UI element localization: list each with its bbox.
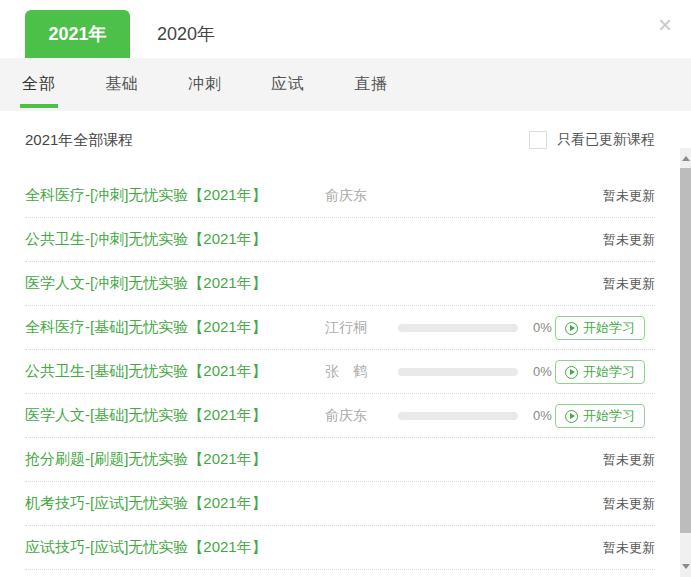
updated-only-checkbox[interactable] — [529, 131, 547, 149]
tab-category-basic[interactable]: 基础 — [105, 58, 139, 111]
list-title: 2021年全部课程 — [25, 131, 133, 150]
course-status: 暂未更新 — [603, 262, 655, 305]
progress-bar — [398, 324, 518, 332]
close-icon[interactable]: × — [652, 12, 678, 38]
list-header: 2021年全部课程 只看已更新课程 — [25, 124, 655, 156]
course-title-link[interactable]: 医学人文-[基础]无忧实验【2021年】 — [25, 394, 267, 437]
year-tab-bar: 2021年 2020年 × — [0, 0, 691, 58]
play-icon — [565, 322, 578, 335]
start-learning-button[interactable]: 开始学习 — [555, 360, 645, 384]
tab-year-2021[interactable]: 2021年 — [25, 10, 130, 58]
tab-category-all-label: 全部 — [22, 74, 56, 95]
progress-percent: 0% — [533, 350, 552, 393]
course-teacher: 张 鹤 — [325, 350, 367, 393]
course-row: 应试技巧-[应试]无忧实验【2021年】 暂未更新 — [25, 526, 655, 570]
tab-category-sprint-label: 冲刺 — [188, 74, 222, 95]
progress-bar — [398, 368, 518, 376]
course-row: 抢分刷题-[刷题]无忧实验【2021年】 暂未更新 — [25, 438, 655, 482]
progress-percent: 0% — [533, 306, 552, 349]
tab-category-sprint[interactable]: 冲刺 — [188, 58, 222, 111]
course-title-link[interactable]: 机考技巧-[应试]无忧实验【2021年】 — [25, 482, 267, 525]
course-title-link[interactable]: 应试技巧-[应试]无忧实验【2021年】 — [25, 526, 267, 569]
progress-bar — [398, 412, 518, 420]
course-row: 全科医疗-[冲刺]无忧实验【2021年】 俞庆东 暂未更新 — [25, 174, 655, 218]
start-learning-button[interactable]: 开始学习 — [555, 404, 645, 428]
course-title-link[interactable]: 全科医疗-[冲刺]无忧实验【2021年】 — [25, 174, 267, 217]
tab-category-basic-label: 基础 — [105, 74, 139, 95]
course-row: 公共卫生-[冲刺]无忧实验【2021年】 暂未更新 — [25, 218, 655, 262]
course-title-link[interactable]: 公共卫生-[冲刺]无忧实验【2021年】 — [25, 218, 267, 261]
course-row: 机考技巧-[应试]无忧实验【2021年】 暂未更新 — [25, 482, 655, 526]
scrollbar[interactable] — [680, 148, 691, 577]
start-learning-label: 开始学习 — [583, 363, 635, 381]
updated-only-label: 只看已更新课程 — [557, 131, 655, 149]
scroll-up-icon[interactable] — [682, 156, 690, 161]
tab-category-live[interactable]: 直播 — [354, 58, 388, 111]
tab-category-live-label: 直播 — [354, 74, 388, 95]
play-icon — [565, 366, 578, 379]
course-title-link[interactable]: 全科医疗-[基础]无忧实验【2021年】 — [25, 306, 267, 349]
tab-year-2020[interactable]: 2020年 — [131, 10, 241, 58]
start-learning-label: 开始学习 — [583, 407, 635, 425]
updated-only-filter[interactable]: 只看已更新课程 — [529, 131, 655, 149]
course-status: 暂未更新 — [603, 438, 655, 481]
course-status: 暂未更新 — [603, 174, 655, 217]
category-tab-bar: 全部 基础 冲刺 应试 直播 — [0, 58, 691, 111]
progress-percent: 0% — [533, 394, 552, 437]
course-status: 暂未更新 — [603, 526, 655, 569]
course-status: 暂未更新 — [603, 218, 655, 261]
course-title-link[interactable]: 公共卫生-[基础]无忧实验【2021年】 — [25, 350, 267, 393]
start-learning-button[interactable]: 开始学习 — [555, 316, 645, 340]
course-dialog: 2021年 2020年 × 全部 基础 冲刺 应试 直播 2021年全部课程 — [0, 0, 691, 577]
course-status: 暂未更新 — [603, 482, 655, 525]
scrollbar-thumb[interactable] — [680, 168, 691, 533]
course-title-link[interactable]: 医学人文-[冲刺]无忧实验【2021年】 — [25, 262, 267, 305]
tab-category-all[interactable]: 全部 — [22, 58, 56, 111]
tab-category-exam[interactable]: 应试 — [271, 58, 305, 111]
course-title-link[interactable]: 抢分刷题-[刷题]无忧实验【2021年】 — [25, 438, 267, 481]
course-row: 公共卫生-[基础]无忧实验【2021年】 张 鹤 0% 开始学习 — [25, 350, 655, 394]
course-row: 医学人文-[冲刺]无忧实验【2021年】 暂未更新 — [25, 262, 655, 306]
course-teacher: 俞庆东 — [325, 394, 367, 437]
course-list: 全科医疗-[冲刺]无忧实验【2021年】 俞庆东 暂未更新 公共卫生-[冲刺]无… — [25, 174, 655, 570]
active-tab-underline — [20, 104, 58, 108]
course-row: 医学人文-[基础]无忧实验【2021年】 俞庆东 0% 开始学习 — [25, 394, 655, 438]
course-teacher: 江行桐 — [325, 306, 367, 349]
course-teacher: 俞庆东 — [325, 174, 367, 217]
scroll-down-icon[interactable] — [682, 564, 690, 569]
play-icon — [565, 410, 578, 423]
start-learning-label: 开始学习 — [583, 319, 635, 337]
tab-category-exam-label: 应试 — [271, 74, 305, 95]
course-row: 全科医疗-[基础]无忧实验【2021年】 江行桐 0% 开始学习 — [25, 306, 655, 350]
